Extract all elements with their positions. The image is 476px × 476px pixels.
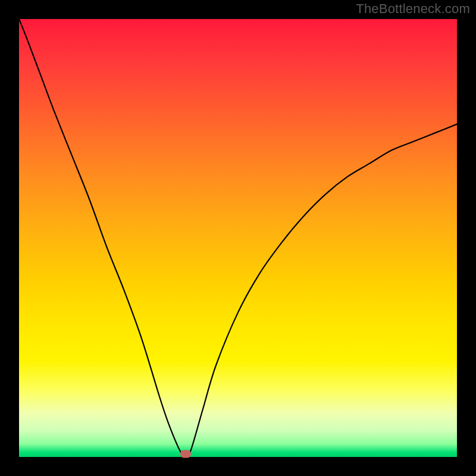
chart-frame: TheBottleneck.com	[0, 0, 476, 476]
watermark-text: TheBottleneck.com	[356, 1, 470, 17]
bottleneck-curve	[19, 19, 457, 457]
plot-area	[19, 19, 457, 457]
optimum-marker	[180, 450, 191, 458]
